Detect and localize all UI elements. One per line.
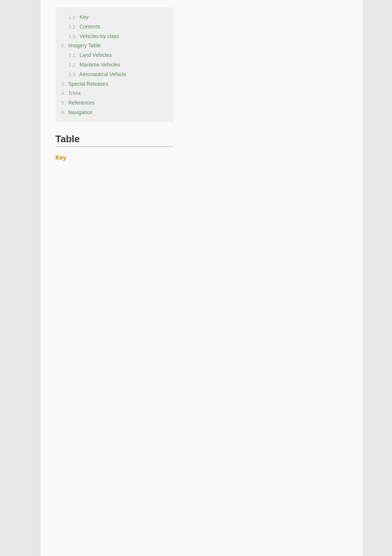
toc-number-6: 6. [61, 110, 65, 115]
toc-item-1-1: 1.1. Key [61, 13, 168, 21]
toc-link-key[interactable]: Key [80, 14, 89, 20]
toc-number-2-1: 2.1. [69, 52, 77, 58]
toc-item-4: 4. Trivia [61, 89, 168, 98]
toc-link-land-vehicles[interactable]: Land Vehicles [80, 52, 112, 58]
toc-link-vehicles-by-class[interactable]: Vehicles by class [80, 33, 119, 39]
toc-number-2: 2. [61, 43, 65, 48]
toc-box: 1.1. Key 1.2. Contents 1.3. Vehicles by … [55, 7, 173, 122]
page-wrapper: 1.1. Key 1.2. Contents 1.3. Vehicles by … [0, 0, 392, 556]
toc-link-contents[interactable]: Contents [80, 24, 100, 30]
left-sidebar [0, 0, 41, 556]
toc-item-2-2: 2.2. Maritime Vehicles [61, 61, 168, 69]
toc-number-1-3: 1.3. [69, 34, 77, 39]
toc-item-3: 3. Special Releases [61, 80, 168, 88]
toc-link-maritime-vehicles[interactable]: Maritime Vehicles [80, 62, 120, 68]
toc-item-6: 6. Navigation [61, 108, 168, 117]
toc-number-1-2: 1.2. [69, 24, 77, 30]
toc-link-aeronautical-vehicle[interactable]: Aeronautical Vehicle [79, 71, 126, 77]
toc-item-1-3: 1.3. Vehicles by class [61, 32, 168, 41]
toc-number-2-3: 2.3. [69, 72, 77, 77]
toc-number-4: 4. [61, 91, 65, 96]
main-content: 1.1. Key 1.2. Contents 1.3. Vehicles by … [41, 0, 362, 556]
toc-number-2-2: 2.2. [69, 62, 77, 68]
toc-list: 1.1. Key 1.2. Contents 1.3. Vehicles by … [61, 13, 168, 117]
toc-item-2-1: 2.1. Land Vehicles [61, 51, 168, 59]
toc-link-special-releases[interactable]: Special Releases [68, 81, 108, 87]
section-title: Table [55, 133, 173, 147]
right-sidebar [362, 0, 392, 556]
toc-item-2-3: 2.3. Aeronautical Vehicle [61, 70, 168, 79]
toc-link-imagery-table[interactable]: Imagery Table [68, 42, 101, 48]
subsection-title: Key [55, 154, 348, 161]
toc-link-references[interactable]: References [68, 100, 95, 106]
toc-link-navigation[interactable]: Navigation [68, 109, 93, 115]
toc-number-1-1: 1.1. [69, 14, 77, 20]
toc-item-1-2: 1.2. Contents [61, 23, 168, 31]
toc-number-5: 5. [61, 100, 65, 106]
toc-item-5: 5. References [61, 99, 168, 107]
toc-link-trivia[interactable]: Trivia [68, 90, 80, 96]
toc-item-2: 2. Imagery Table [61, 41, 168, 50]
toc-number-3: 3. [61, 81, 65, 87]
